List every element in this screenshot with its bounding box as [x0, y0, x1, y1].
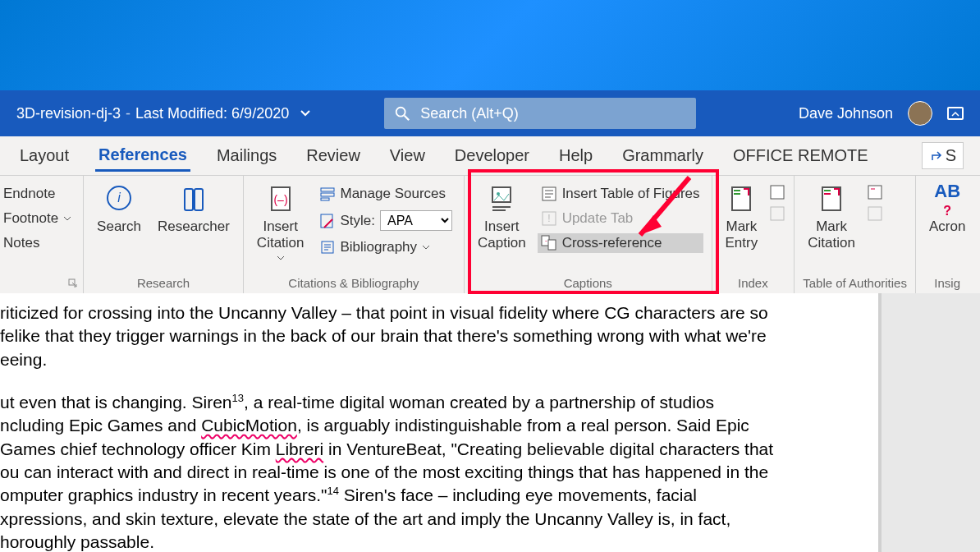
bibliography-icon [319, 239, 336, 255]
ribbon: Endnote Footnote Notes i Search Researc [0, 176, 980, 293]
citations-group-label: Citations & Bibliography [252, 274, 456, 292]
table-figures-icon [541, 186, 557, 202]
caption-icon [486, 184, 517, 215]
researcher-button[interactable]: Researcher [153, 181, 235, 238]
mark-entry-button[interactable]: Mark Entry [721, 181, 763, 255]
tab-office-remote[interactable]: OFFICE REMOTE [730, 141, 871, 170]
svg-point-0 [396, 108, 405, 117]
search-input[interactable] [420, 105, 686, 122]
paragraph-line: felike that they trigger warnings in the… [0, 324, 788, 347]
svg-text:!: ! [547, 213, 550, 224]
show-notes-button[interactable]: Notes [0, 233, 75, 253]
tab-view[interactable]: View [387, 141, 428, 170]
smart-lookup-button[interactable]: i Search [92, 181, 146, 238]
cross-reference-button[interactable]: - Cross-reference [538, 233, 703, 253]
manage-sources-button[interactable]: Manage Sources [316, 184, 456, 204]
tab-grammarly[interactable]: Grammarly [619, 141, 707, 170]
insert-toa-icon[interactable] [867, 184, 883, 200]
tab-help[interactable]: Help [556, 141, 596, 170]
books-icon [178, 184, 209, 215]
autosave-dropdown-icon[interactable] [300, 110, 310, 117]
paragraph-line: ou can interact with and direct in real-… [0, 461, 788, 484]
last-modified-label: Last Modified: 6/9/2020 [135, 105, 289, 122]
next-footnote-button[interactable]: Footnote [0, 209, 75, 228]
desktop-wallpaper [0, 0, 980, 90]
insert-index-icon[interactable] [769, 184, 785, 200]
svg-rect-9 [321, 188, 334, 191]
mark-citation-label: Mark Citation [808, 218, 855, 252]
account-username[interactable]: Dave Johnson [799, 105, 893, 122]
svg-rect-11 [321, 198, 329, 200]
tell-me-search[interactable] [384, 98, 696, 129]
svg-rect-6 [195, 189, 203, 210]
research-group-label: Research [92, 274, 235, 292]
svg-rect-31 [771, 186, 784, 199]
mark-citation-button[interactable]: Mark Citation [803, 181, 860, 255]
acronyms-button[interactable]: AB? Acron [924, 181, 970, 238]
svg-rect-32 [771, 207, 784, 220]
citation-style-control[interactable]: Style: APA [316, 209, 456, 232]
update-table-label: Update Tab [562, 210, 634, 227]
citation-icon: (–) [265, 184, 296, 215]
svg-line-1 [405, 116, 409, 120]
insert-citation-button[interactable]: (–) Insert Citation [252, 181, 309, 264]
cross-reference-label: Cross-reference [562, 235, 662, 251]
authorities-group-label: Table of Authorities [803, 274, 907, 292]
svg-rect-34 [868, 186, 882, 199]
svg-rect-10 [321, 193, 334, 196]
search-icon [394, 105, 410, 122]
paragraph-line: eeing. [0, 348, 788, 371]
abbrev-group-label: Insig [924, 274, 970, 292]
svg-rect-28 [548, 240, 556, 250]
paragraph-line: horoughly passable. [0, 531, 788, 552]
search-label: Search [97, 218, 141, 235]
bibliography-button[interactable]: Bibliography [316, 237, 456, 257]
style-dropdown[interactable]: APA [380, 210, 452, 231]
document-body[interactable]: riticized for crossing into the Uncanny … [0, 293, 980, 552]
update-table-button: ! Update Tab [538, 209, 703, 228]
tab-mailings[interactable]: Mailings [213, 141, 280, 170]
style-icon [319, 213, 336, 229]
captions-group-label: Captions [473, 274, 703, 292]
paragraph-line: xpressions, and skin texture, elevate th… [0, 508, 788, 531]
manage-sources-label: Manage Sources [341, 186, 446, 202]
paragraph-line: omputer graphics industry in recent year… [0, 484, 788, 507]
insert-endnote-button[interactable]: Endnote [0, 184, 75, 204]
title-dash: - [126, 105, 131, 122]
mark-citation-icon [816, 184, 847, 215]
manage-sources-icon [319, 186, 336, 202]
paragraph-line: ncluding Epic Games and CubicMotion, is … [0, 414, 788, 437]
footnotes-dialog-launcher[interactable] [68, 278, 80, 290]
svg-rect-36 [868, 207, 882, 220]
share-button[interactable]: S [922, 142, 964, 169]
paragraph-line: riticized for crossing into the Uncanny … [0, 301, 788, 324]
paragraph-line: Games chief technology officer Kim Libre… [0, 438, 788, 461]
tab-review[interactable]: Review [303, 141, 364, 170]
tab-layout[interactable]: Layout [16, 141, 72, 170]
insert-citation-label: Insert Citation [257, 218, 305, 252]
svg-text:(–): (–) [273, 193, 287, 206]
ribbon-tabs: Layout References Mailings Review View D… [0, 136, 980, 176]
ribbon-display-icon[interactable] [947, 107, 964, 120]
svg-point-18 [497, 192, 500, 196]
style-label: Style: [341, 213, 376, 229]
insert-caption-label: Insert Caption [478, 218, 526, 252]
word-titlebar: 3D-revision-dj-3 - Last Modified: 6/9/20… [0, 90, 980, 136]
update-table-icon: ! [541, 210, 557, 227]
document-filename: 3D-revision-dj-3 [16, 105, 121, 122]
svg-rect-5 [185, 189, 193, 210]
update-toa-icon [867, 205, 883, 222]
tab-developer[interactable]: Developer [451, 141, 533, 170]
mark-entry-label: Mark Entry [726, 218, 758, 252]
insert-caption-button[interactable]: Insert Caption [473, 181, 531, 255]
cross-reference-icon: - [541, 235, 557, 251]
paragraph-line: ut even that is changing. Siren13, a rea… [0, 391, 788, 414]
account-avatar[interactable] [908, 101, 932, 126]
insert-table-of-figures-button[interactable]: Insert Table of Figures [538, 184, 703, 204]
mark-entry-icon [726, 184, 757, 215]
svg-text:-: - [545, 237, 547, 244]
bibliography-label: Bibliography [341, 239, 418, 255]
tab-references[interactable]: References [95, 140, 190, 172]
page-background [882, 293, 980, 552]
update-index-icon [769, 205, 785, 222]
